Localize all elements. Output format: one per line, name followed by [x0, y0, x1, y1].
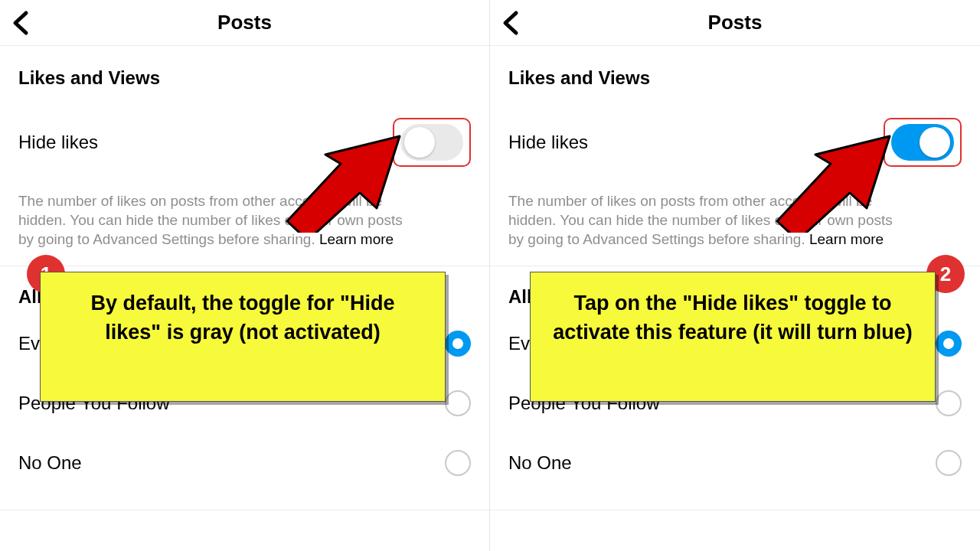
page-title: Posts [217, 11, 272, 34]
learn-more-link[interactable]: Learn more [809, 231, 884, 247]
radio-everyone[interactable] [936, 331, 962, 357]
learn-more-link[interactable]: Learn more [319, 231, 394, 247]
hide-likes-description: The number of likes on posts from other … [490, 178, 980, 266]
hide-likes-label: Hide likes [508, 132, 588, 153]
hide-likes-description: The number of likes on posts from other … [0, 178, 489, 266]
page-title: Posts [708, 11, 763, 34]
hide-likes-toggle[interactable] [891, 124, 954, 161]
hide-likes-toggle[interactable] [400, 124, 463, 161]
section-likes-views: Likes and Views [0, 46, 489, 95]
divider [0, 510, 489, 510]
option-everyone-label: Ev [508, 333, 530, 354]
option-no-one[interactable]: No One [490, 433, 980, 493]
hide-likes-row: Hide likes [0, 95, 489, 178]
hide-likes-row: Hide likes [490, 95, 980, 178]
toggle-knob [920, 127, 950, 158]
header: Posts [0, 0, 489, 46]
back-button[interactable] [501, 10, 521, 36]
pane-left: Posts Likes and Views Hide likes The num… [0, 0, 490, 551]
radio-noone[interactable] [445, 450, 471, 476]
toggle-highlight [393, 118, 471, 167]
header: Posts [490, 0, 980, 46]
hide-likes-label: Hide likes [18, 132, 98, 153]
back-button[interactable] [11, 10, 31, 36]
section-likes-views: Likes and Views [490, 46, 980, 95]
option-no-one[interactable]: No One [0, 433, 489, 493]
toggle-knob [404, 127, 435, 158]
option-everyone-label: Ev [18, 333, 40, 354]
radio-people[interactable] [445, 390, 471, 416]
radio-people[interactable] [936, 390, 962, 416]
callout-text: Tap on the "Hide likes" toggle to activa… [530, 272, 936, 402]
option-noone-label: No One [508, 452, 572, 474]
callout-text: By default, the toggle for "Hide likes" … [40, 272, 446, 402]
toggle-highlight [884, 118, 962, 167]
divider [490, 510, 980, 510]
radio-noone[interactable] [936, 450, 962, 476]
radio-everyone[interactable] [445, 331, 471, 357]
option-noone-label: No One [18, 452, 82, 474]
pane-right: Posts Likes and Views Hide likes The num… [490, 0, 980, 551]
